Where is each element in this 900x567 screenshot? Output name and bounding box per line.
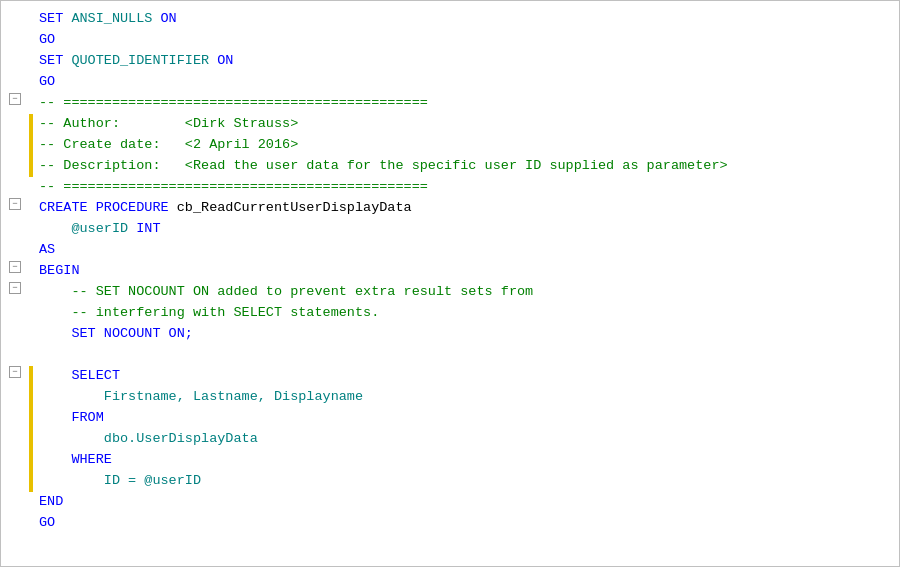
- code-line: @userID INT: [1, 219, 899, 240]
- code-token: <2 April 2016>: [185, 135, 298, 156]
- line-content: GO: [33, 30, 899, 51]
- code-token: -- =====================================…: [39, 93, 428, 114]
- line-content: @userID INT: [33, 219, 899, 240]
- line-content: SET QUOTED_IDENTIFIER ON: [33, 51, 899, 72]
- code-line: AS: [1, 240, 899, 261]
- code-line: FROM: [1, 408, 899, 429]
- line-content: -- =====================================…: [33, 93, 899, 114]
- line-content: SET ANSI_NULLS ON: [33, 9, 899, 30]
- line-content: END: [33, 492, 899, 513]
- code-line: -- Description: <Read the user data for …: [1, 156, 899, 177]
- code-token: FROM: [71, 408, 103, 429]
- line-content: dbo.UserDisplayData: [33, 429, 899, 450]
- line-content: Firstname, Lastname, Displayname: [33, 387, 899, 408]
- line-content: GO: [33, 72, 899, 93]
- code-line: -- Create date: <2 April 2016>: [1, 135, 899, 156]
- code-line: -- Author: <Dirk Strauss>: [1, 114, 899, 135]
- code-token: END: [39, 492, 63, 513]
- code-line: [1, 345, 899, 366]
- code-line: Firstname, Lastname, Displayname: [1, 387, 899, 408]
- collapse-button[interactable]: −: [9, 93, 21, 105]
- line-content: ID = @userID: [33, 471, 899, 492]
- code-line: -- interfering with SELECT statements.: [1, 303, 899, 324]
- code-token: ANSI_NULLS: [71, 9, 152, 30]
- code-token: AS: [39, 240, 55, 261]
- line-gutter: −: [1, 366, 29, 378]
- code-line: dbo.UserDisplayData: [1, 429, 899, 450]
- line-content: -- Description: <Read the user data for …: [33, 156, 899, 177]
- code-token: -- interfering with SELECT statements.: [71, 303, 379, 324]
- code-token: ID = @userID: [104, 471, 201, 492]
- code-token: Firstname, Lastname, Displayname: [104, 387, 363, 408]
- code-token: cb_ReadCurrentUserDisplayData: [177, 198, 412, 219]
- line-content: -- SET NOCOUNT ON added to prevent extra…: [33, 282, 899, 303]
- collapse-button[interactable]: −: [9, 198, 21, 210]
- collapse-button[interactable]: −: [9, 366, 21, 378]
- code-line: GO: [1, 72, 899, 93]
- code-line: SET QUOTED_IDENTIFIER ON: [1, 51, 899, 72]
- line-content: CREATE PROCEDURE cb_ReadCurrentUserDispl…: [33, 198, 899, 219]
- line-gutter: −: [1, 282, 29, 294]
- code-token: <Read the user data for the specific use…: [185, 156, 728, 177]
- code-line: WHERE: [1, 450, 899, 471]
- line-content: SELECT: [33, 366, 899, 387]
- code-line: SET ANSI_NULLS ON: [1, 9, 899, 30]
- line-content: WHERE: [33, 450, 899, 471]
- code-line: SET NOCOUNT ON;: [1, 324, 899, 345]
- code-token: <Dirk Strauss>: [185, 114, 298, 135]
- code-line: −CREATE PROCEDURE cb_ReadCurrentUserDisp…: [1, 198, 899, 219]
- code-token: @userID: [71, 219, 128, 240]
- code-line: − SELECT: [1, 366, 899, 387]
- bar-spacer: [29, 345, 33, 366]
- line-content: -- interfering with SELECT statements.: [33, 303, 899, 324]
- code-token: BEGIN: [39, 261, 80, 282]
- code-token: dbo.UserDisplayData: [104, 429, 258, 450]
- code-line: ID = @userID: [1, 471, 899, 492]
- line-content: AS: [33, 240, 899, 261]
- code-token: SET NOCOUNT ON;: [71, 324, 193, 345]
- code-token: GO: [39, 30, 55, 51]
- code-token: ON: [152, 9, 176, 30]
- code-token: CREATE PROCEDURE: [39, 198, 177, 219]
- line-gutter: −: [1, 93, 29, 105]
- code-token: SET: [39, 9, 71, 30]
- line-content: FROM: [33, 408, 899, 429]
- code-line: −BEGIN: [1, 261, 899, 282]
- code-token: -- Author:: [39, 114, 185, 135]
- code-token: GO: [39, 513, 55, 534]
- code-line: -- =====================================…: [1, 177, 899, 198]
- code-lines: SET ANSI_NULLS ONGOSET QUOTED_IDENTIFIER…: [1, 9, 899, 534]
- code-editor: SET ANSI_NULLS ONGOSET QUOTED_IDENTIFIER…: [0, 0, 900, 567]
- line-content: SET NOCOUNT ON;: [33, 324, 899, 345]
- code-token: QUOTED_IDENTIFIER: [71, 51, 209, 72]
- collapse-button[interactable]: −: [9, 282, 21, 294]
- code-token: -- Create date:: [39, 135, 185, 156]
- line-content: -- Author: <Dirk Strauss>: [33, 114, 899, 135]
- line-gutter: −: [1, 261, 29, 273]
- line-content: GO: [33, 513, 899, 534]
- line-content: BEGIN: [33, 261, 899, 282]
- code-token: ON: [209, 51, 233, 72]
- code-token: SELECT: [71, 366, 120, 387]
- code-line: GO: [1, 513, 899, 534]
- code-token: -- SET NOCOUNT ON added to prevent extra…: [71, 282, 533, 303]
- code-line: −-- ====================================…: [1, 93, 899, 114]
- code-token: -- =====================================…: [39, 177, 428, 198]
- line-gutter: −: [1, 198, 29, 210]
- code-token: WHERE: [71, 450, 112, 471]
- code-token: -- Description:: [39, 156, 185, 177]
- collapse-button[interactable]: −: [9, 261, 21, 273]
- line-content: -- =====================================…: [33, 177, 899, 198]
- code-token: INT: [128, 219, 160, 240]
- code-token: SET: [39, 51, 71, 72]
- code-line: − -- SET NOCOUNT ON added to prevent ext…: [1, 282, 899, 303]
- code-line: END: [1, 492, 899, 513]
- line-content: -- Create date: <2 April 2016>: [33, 135, 899, 156]
- code-line: GO: [1, 30, 899, 51]
- code-token: GO: [39, 72, 55, 93]
